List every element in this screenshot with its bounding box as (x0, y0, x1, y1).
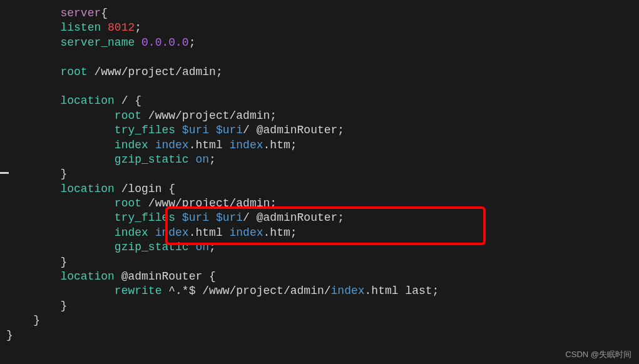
line-21: } (6, 300, 67, 312)
line-11: gzip_static on; (6, 153, 216, 166)
line-15: try_files $uri $uri/ @adminRouter; (6, 211, 344, 224)
code-block[interactable]: server{ listen 8012; server_name 0.0.0.0… (0, 0, 639, 343)
line-14: root /www/project/admin; (6, 197, 277, 210)
line-3: server_name 0.0.0.0; (6, 36, 196, 49)
line-18: } (6, 256, 67, 268)
line-23: } (6, 329, 13, 341)
line-10: index index.html index.htm; (6, 139, 297, 151)
line-12: } (6, 168, 67, 180)
line-5: root /www/project/admin; (6, 66, 223, 78)
line-2: listen 8012; (6, 21, 141, 34)
line-7: location / { (6, 94, 141, 107)
line-17: gzip_static on; (6, 241, 216, 253)
watermark-text: CSDN @失眠时间 (565, 350, 631, 360)
line-20: rewrite ^.*$ /www/project/admin/index.ht… (6, 285, 439, 297)
cursor-indicator (0, 172, 9, 174)
line-1: server{ (6, 7, 108, 19)
line-8: root /www/project/admin; (6, 109, 277, 122)
line-13: location /login { (6, 183, 175, 195)
line-16: index index.html index.htm; (6, 226, 297, 239)
line-22: } (6, 314, 40, 326)
line-9: try_files $uri $uri/ @adminRouter; (6, 124, 344, 136)
line-19: location @adminRouter { (6, 270, 216, 283)
